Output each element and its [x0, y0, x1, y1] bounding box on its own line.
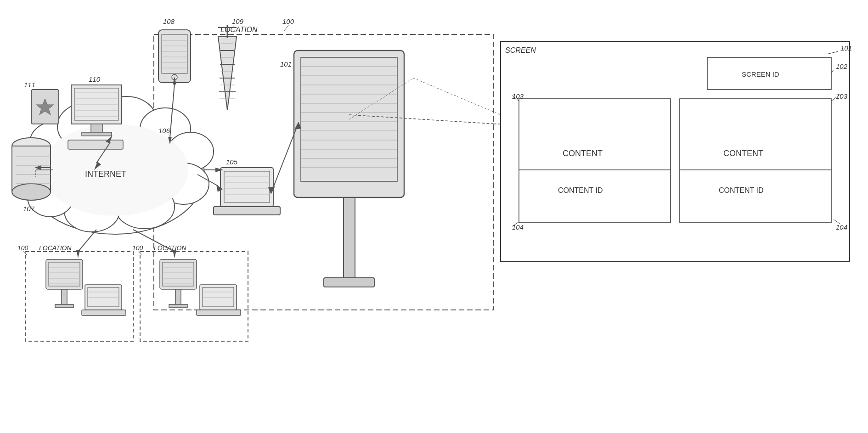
svg-rect-79 [294, 51, 404, 197]
svg-rect-132 [169, 304, 187, 308]
svg-rect-137 [197, 310, 241, 315]
svg-rect-108 [46, 259, 83, 289]
database-107 [12, 138, 51, 200]
small-laptop-bc1 [197, 285, 241, 315]
svg-rect-94 [324, 278, 374, 287]
svg-rect-49 [91, 124, 102, 133]
content-label-1: CONTENT [563, 149, 603, 158]
svg-text:SCREEN: SCREEN [505, 46, 536, 54]
svg-point-36 [12, 184, 51, 200]
svg-text:100: 100 [282, 17, 294, 25]
svg-rect-120 [82, 310, 126, 315]
svg-text:111: 111 [24, 81, 35, 89]
svg-text:109: 109 [232, 17, 244, 25]
content-label-2: CONTENT [723, 149, 763, 158]
svg-text:110: 110 [89, 75, 101, 83]
svg-rect-125 [160, 259, 197, 289]
svg-rect-50 [82, 132, 112, 136]
svg-text:100: 100 [17, 244, 28, 252]
svg-text:107: 107 [23, 205, 35, 213]
svg-rect-131 [175, 289, 181, 305]
svg-text:LOCATION: LOCATION [39, 244, 72, 252]
card-111 [31, 90, 59, 124]
svg-text:LOCATION: LOCATION [154, 244, 186, 252]
diagram-container: SCREEN 101 SCREEN ID 102 CONTENT CONTENT… [0, 0, 868, 433]
svg-text:103: 103 [512, 92, 524, 100]
svg-rect-115 [55, 304, 73, 308]
svg-text:LOCATION: LOCATION [220, 26, 258, 34]
svg-rect-102 [214, 207, 280, 215]
svg-rect-96 [220, 168, 273, 207]
svg-text:104: 104 [512, 223, 524, 231]
svg-text:105: 105 [226, 158, 238, 166]
mobile-108 [158, 30, 191, 83]
svg-rect-51 [68, 140, 123, 149]
svg-text:102: 102 [836, 62, 848, 70]
internet-label: INTERNET [85, 169, 126, 179]
svg-text:106: 106 [158, 127, 170, 135]
svg-rect-114 [62, 289, 67, 305]
svg-text:108: 108 [163, 17, 175, 25]
content-id-label-2: CONTENT ID [719, 186, 763, 194]
svg-text:101: 101 [280, 60, 292, 68]
svg-text:101: 101 [840, 44, 852, 52]
svg-text:100: 100 [132, 244, 143, 252]
content-id-label-1: CONTENT ID [558, 186, 603, 194]
svg-text:104: 104 [836, 223, 847, 231]
svg-rect-93 [344, 197, 355, 280]
small-laptop-bl1 [82, 285, 126, 315]
screen-id-label: SCREEN ID [742, 70, 779, 78]
